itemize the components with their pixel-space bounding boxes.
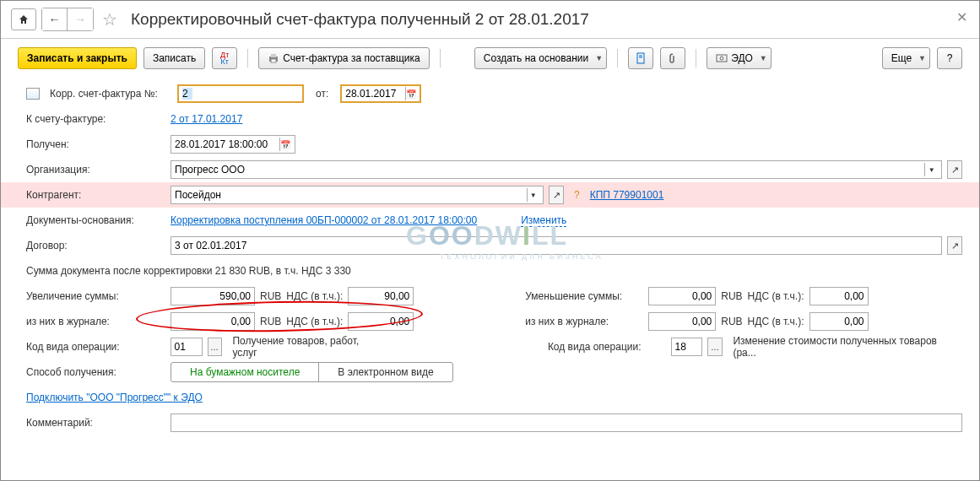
vat-label: НДС (в т.ч.): — [748, 316, 804, 327]
op-code-label: Код вида операции: — [26, 341, 165, 353]
dropdown-icon[interactable]: ▼ — [527, 188, 539, 202]
rub-label: RUB — [260, 290, 281, 302]
journal-label2: из них в журнале: — [525, 316, 643, 327]
svg-rect-3 — [637, 53, 644, 63]
change-link[interactable]: Изменить — [521, 214, 566, 227]
rub-label: RUB — [721, 316, 742, 327]
to-invoice-label: К счету-фактуре: — [26, 113, 165, 125]
received-date-input[interactable]: 📅 — [171, 135, 295, 154]
svg-rect-2 — [271, 59, 276, 62]
divider — [440, 49, 441, 68]
counterparty-label: Контрагент: — [26, 189, 165, 201]
decrease-vat-input[interactable] — [809, 287, 869, 305]
dt-kt-button[interactable]: ДтКт — [212, 47, 237, 69]
divider — [247, 49, 248, 68]
print-icon — [268, 53, 279, 63]
favorite-star-icon[interactable]: ☆ — [102, 9, 117, 30]
warning-icon[interactable]: ? — [574, 189, 580, 201]
ellipsis-button[interactable]: … — [707, 338, 723, 356]
method-electronic-tab[interactable]: В электронном виде — [319, 363, 452, 381]
chevron-down-icon: ▼ — [918, 54, 926, 62]
close-button[interactable]: ✕ — [956, 9, 967, 25]
from-date-input[interactable]: 📅 — [340, 84, 421, 103]
org-label: Организация: — [26, 164, 165, 176]
op-desc2: Изменение стоимости полученных товаров (… — [733, 335, 962, 359]
rub-label: RUB — [260, 316, 281, 327]
op-code1-input[interactable] — [171, 338, 203, 356]
open-external-icon[interactable]: ↗ — [947, 160, 962, 179]
chevron-down-icon: ▼ — [595, 54, 603, 62]
paperclip-icon — [668, 52, 678, 64]
method-paper-tab[interactable]: На бумажном носителе — [171, 363, 319, 381]
back-button[interactable]: ← — [42, 8, 68, 30]
increase-input[interactable] — [171, 287, 255, 305]
op-desc1: Получение товаров, работ, услуг — [232, 335, 386, 359]
vat-label: НДС (в т.ч.): — [286, 290, 343, 302]
op-code2-input[interactable] — [671, 338, 703, 356]
comment-input[interactable] — [171, 413, 962, 432]
contract-input[interactable] — [171, 236, 942, 255]
journal-input2[interactable] — [648, 312, 716, 331]
svg-point-7 — [720, 57, 723, 60]
doc-icon-button[interactable] — [628, 47, 653, 69]
calendar-icon[interactable]: 📅 — [279, 138, 291, 151]
dropdown-icon[interactable]: ▼ — [924, 163, 938, 176]
decrease-input[interactable] — [648, 287, 716, 305]
rub-label: RUB — [721, 290, 742, 302]
journal-vat-input2[interactable] — [809, 312, 869, 331]
contract-label: Договор: — [26, 240, 165, 251]
more-button[interactable]: Еще▼ — [882, 47, 930, 69]
org-input[interactable]: ▼ — [171, 160, 942, 179]
journal-input[interactable] — [171, 312, 255, 331]
counterparty-input[interactable]: ▼ — [171, 186, 544, 204]
decrease-label: Уменьшение суммы: — [525, 290, 643, 302]
method-label: Способ получения: — [26, 366, 165, 378]
divider — [617, 49, 618, 68]
edo-icon — [716, 53, 728, 63]
summary-text: Сумма документа после корректировки 21 8… — [26, 265, 351, 277]
supplier-invoice-button[interactable]: Счет-фактура за поставщика — [258, 47, 430, 69]
open-external-icon[interactable]: ↗ — [947, 236, 962, 255]
save-close-button[interactable]: Записать и закрыть — [18, 47, 137, 69]
forward-button[interactable]: → — [68, 8, 93, 30]
svg-rect-6 — [717, 55, 727, 62]
to-invoice-link[interactable]: 2 от 17.01.2017 — [171, 113, 242, 125]
svg-rect-1 — [271, 54, 276, 57]
basis-label: Документы-основания: — [26, 214, 165, 226]
op-code-label2: Код вида операции: — [548, 341, 666, 353]
journal-label: из них в журнале: — [26, 316, 165, 327]
edo-connect-link[interactable]: Подключить "ООО "Прогресс"" к ЭДО — [26, 392, 203, 403]
create-based-button[interactable]: Создать на основании▼ — [474, 47, 607, 69]
divider — [696, 49, 696, 68]
journal-vat-input[interactable] — [348, 312, 414, 331]
corr-invoice-label: Корр. счет-фактура №: — [50, 88, 172, 100]
increase-vat-input[interactable] — [348, 287, 414, 305]
basis-link[interactable]: Корректировка поступления 00БП-000002 от… — [171, 214, 477, 226]
received-label: Получен: — [26, 138, 165, 150]
from-label: от: — [316, 88, 328, 100]
kpp-link[interactable]: КПП 779901001 — [590, 189, 664, 201]
window-title: Корректировочный счет-фактура полученный… — [131, 10, 589, 29]
attach-button[interactable] — [660, 47, 685, 69]
doc-type-icon — [26, 88, 40, 100]
corr-invoice-num-input[interactable] — [177, 84, 304, 103]
vat-label: НДС (в т.ч.): — [748, 290, 804, 302]
method-toggle[interactable]: На бумажном носителе В электронном виде — [171, 362, 453, 382]
chevron-down-icon: ▼ — [760, 54, 767, 62]
comment-label: Комментарий: — [26, 417, 165, 429]
vat-label: НДС (в т.ч.): — [286, 316, 343, 327]
increase-label: Увеличение суммы: — [26, 290, 165, 302]
save-button[interactable]: Записать — [143, 47, 205, 69]
edo-button[interactable]: ЭДО▼ — [707, 47, 772, 69]
help-button[interactable]: ? — [937, 47, 962, 69]
open-external-icon[interactable]: ↗ — [549, 186, 564, 204]
home-button[interactable] — [11, 8, 36, 30]
calendar-icon[interactable]: 📅 — [405, 87, 416, 100]
ellipsis-button[interactable]: … — [208, 338, 223, 356]
document-icon — [635, 52, 647, 64]
